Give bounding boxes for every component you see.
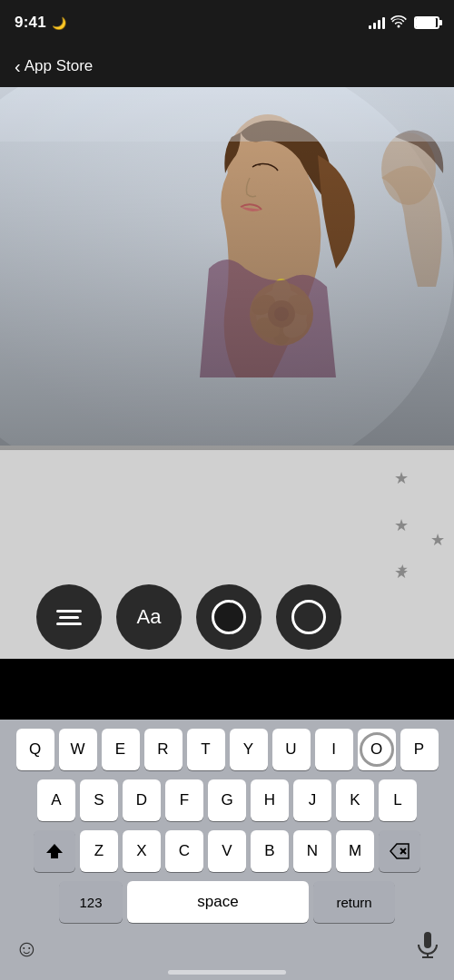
back-button[interactable]: ‹ App Store bbox=[15, 57, 93, 75]
outline-circle-icon bbox=[291, 600, 326, 634]
key-Q[interactable]: Q bbox=[16, 729, 54, 770]
battery-icon bbox=[414, 16, 439, 29]
back-chevron-icon: ‹ bbox=[15, 57, 21, 75]
key-N[interactable]: N bbox=[293, 830, 331, 872]
keyboard-row-2: A S D F G H J K L bbox=[4, 779, 450, 821]
star-icon-1: ★ bbox=[394, 468, 436, 488]
shift-key[interactable] bbox=[34, 830, 75, 872]
svg-marker-17 bbox=[46, 844, 63, 858]
signal-icon bbox=[369, 16, 385, 29]
star-icon-4: ★ bbox=[430, 530, 445, 550]
wifi-icon bbox=[390, 15, 407, 31]
filled-circle-button[interactable] bbox=[196, 584, 262, 650]
key-K[interactable]: K bbox=[336, 779, 374, 821]
key-M[interactable]: M bbox=[336, 830, 374, 872]
key-J[interactable]: J bbox=[293, 779, 331, 821]
home-indicator bbox=[168, 970, 286, 975]
keyboard[interactable]: Q W E R T Y U I O P A S D F G H J K L Z … bbox=[0, 720, 454, 980]
key-Z[interactable]: Z bbox=[80, 830, 118, 872]
status-bar: 9:41 🌙 bbox=[0, 0, 454, 45]
key-X[interactable]: X bbox=[123, 830, 161, 872]
filled-circle-icon bbox=[212, 600, 246, 634]
key-P[interactable]: P bbox=[400, 729, 439, 770]
key-V[interactable]: V bbox=[208, 830, 246, 872]
status-time: 9:41 bbox=[15, 14, 46, 32]
keyboard-row-1: Q W E R T Y U I O P bbox=[4, 729, 450, 770]
key-D[interactable]: D bbox=[123, 779, 161, 821]
numbers-key[interactable]: 123 bbox=[59, 881, 123, 923]
key-E[interactable]: E bbox=[102, 729, 140, 770]
key-F[interactable]: F bbox=[165, 779, 203, 821]
delete-key[interactable] bbox=[379, 830, 420, 872]
key-T[interactable]: T bbox=[187, 729, 225, 770]
dictation-icon[interactable] bbox=[416, 932, 439, 965]
key-L[interactable]: L bbox=[379, 779, 417, 821]
svg-rect-20 bbox=[424, 932, 431, 948]
painting-image bbox=[0, 87, 454, 450]
formatting-toolbar: Aa bbox=[36, 584, 341, 650]
key-R[interactable]: R bbox=[144, 729, 183, 770]
key-C[interactable]: C bbox=[165, 830, 203, 872]
font-button[interactable]: Aa bbox=[116, 584, 182, 650]
space-key[interactable]: space bbox=[127, 881, 309, 923]
nav-bar: ‹ App Store bbox=[0, 45, 454, 87]
font-icon: Aa bbox=[137, 605, 162, 629]
emoji-icon[interactable]: ☺ bbox=[15, 935, 39, 963]
key-B[interactable]: B bbox=[251, 830, 289, 872]
return-key[interactable]: return bbox=[313, 881, 395, 923]
key-H[interactable]: H bbox=[251, 779, 289, 821]
outline-circle-button[interactable] bbox=[276, 584, 341, 650]
text-align-button[interactable] bbox=[36, 584, 102, 650]
key-W[interactable]: W bbox=[59, 729, 97, 770]
status-icons bbox=[369, 15, 439, 31]
key-I[interactable]: I bbox=[315, 729, 353, 770]
keyboard-row-3: Z X C V B N M bbox=[4, 830, 450, 872]
text-align-icon bbox=[56, 610, 82, 625]
keyboard-row-4: 123 space return bbox=[4, 881, 450, 923]
star-icon-5: ★ bbox=[397, 561, 409, 577]
key-S[interactable]: S bbox=[80, 779, 118, 821]
delete-icon bbox=[390, 843, 410, 859]
key-popup-circle bbox=[360, 732, 394, 767]
key-G[interactable]: G bbox=[208, 779, 246, 821]
content-area: ★ ★ ★ ★ ★ Aa bbox=[0, 450, 454, 659]
moon-icon: 🌙 bbox=[52, 16, 66, 30]
key-A[interactable]: A bbox=[37, 779, 75, 821]
keyboard-bottom-bar: ☺ bbox=[4, 926, 450, 975]
shift-icon bbox=[44, 841, 64, 861]
svg-rect-16 bbox=[0, 87, 454, 450]
key-Y[interactable]: Y bbox=[230, 729, 268, 770]
key-U[interactable]: U bbox=[272, 729, 311, 770]
key-O[interactable]: O bbox=[358, 729, 396, 770]
back-label: App Store bbox=[25, 57, 94, 75]
